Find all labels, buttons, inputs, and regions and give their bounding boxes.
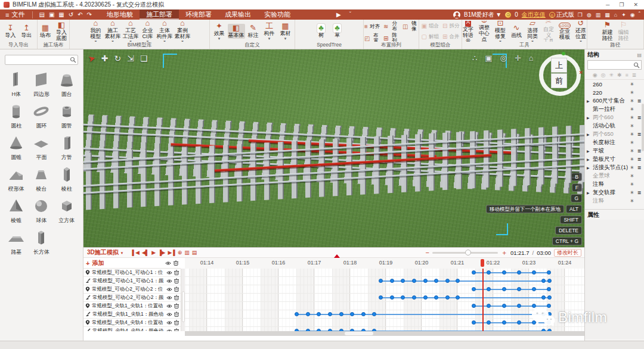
keyframe[interactable] — [456, 295, 460, 300]
tree-item-8[interactable]: ▶平坡✳≣ — [585, 147, 644, 155]
shape-pyramid[interactable]: 棱锥 — [4, 196, 29, 225]
ribbon-item-ungroup[interactable]: ▢解组 — [421, 33, 439, 40]
keyframe[interactable] — [532, 270, 536, 275]
stats-icon[interactable]: ▥ — [184, 250, 189, 255]
expand-icon[interactable]: ▶ — [587, 157, 592, 161]
step-forward-icon[interactable]: ▐▶ — [158, 250, 165, 255]
grouplist-icon[interactable]: ≣ — [632, 72, 637, 78]
tree-item-4[interactable]: ▶两个660✳≣ — [585, 113, 644, 121]
gizmo-icon[interactable]: ✛ — [515, 54, 521, 63]
recharge-link[interactable]: 金币充值 — [522, 11, 546, 19]
shape-pyramid-frustum[interactable]: 棱台 — [29, 164, 54, 193]
shape-prism[interactable]: 棱柱 — [54, 164, 79, 193]
list-icon[interactable]: ≡ — [626, 72, 628, 78]
track-delete-icon[interactable] — [174, 320, 179, 325]
layers-icon[interactable]: ≣ — [636, 98, 642, 104]
show-icon[interactable]: ◉ — [593, 72, 597, 78]
track-visibility-icon[interactable] — [166, 287, 172, 292]
structure-search-input[interactable] — [587, 60, 642, 70]
visibility-icon[interactable]: ✳ — [629, 190, 635, 195]
keyframe[interactable] — [423, 279, 428, 283]
track-row-5[interactable]: 常规模型_尖轨1_尖轨1：颜色动 — [83, 310, 181, 319]
ribbon-item-tree[interactable]: ♣树 — [314, 24, 329, 39]
ribbon-item-export[interactable]: ↥导出 — [19, 24, 35, 39]
keyframe[interactable] — [317, 312, 321, 316]
tab-output[interactable]: 成果输出 — [218, 10, 258, 20]
track-visibility-icon[interactable] — [166, 270, 172, 275]
primitives-search-input[interactable] — [5, 55, 78, 65]
manual-icon[interactable]: ▥ — [596, 12, 601, 18]
tree-item-11[interactable]: 全景球✳ — [585, 172, 644, 180]
keyframe[interactable] — [412, 279, 416, 283]
shape-square-tube[interactable]: 方管 — [54, 133, 79, 161]
highlight-icon[interactable]: ✳ — [609, 72, 614, 78]
keyframe[interactable] — [472, 304, 476, 308]
visibility-icon[interactable]: ✳ — [629, 123, 635, 129]
keyframe[interactable] — [328, 312, 332, 316]
camera-icon[interactable]: ▣ — [485, 54, 492, 63]
keyframe[interactable] — [472, 287, 476, 291]
keyframe[interactable] — [517, 287, 521, 291]
step-back-icon[interactable]: ◀▌ — [142, 250, 148, 255]
keyframe[interactable] — [541, 295, 546, 300]
avatar[interactable] — [453, 11, 460, 18]
walk-icon[interactable]: ∴ — [472, 54, 477, 63]
keyframe[interactable] — [379, 279, 383, 283]
ribbon-item-import[interactable]: ↧导入 — [3, 24, 18, 39]
tree-scrollbar[interactable] — [642, 104, 644, 151]
timeline-zoom-slider[interactable] — [432, 252, 498, 254]
tab-environment[interactable]: 环境部署 — [179, 10, 218, 20]
keyframe[interactable] — [472, 270, 476, 275]
visibility-icon[interactable]: ✳ — [629, 157, 635, 162]
ribbon-item-restore-position[interactable]: ↺还原位置▼ — [573, 21, 587, 42]
scale-icon[interactable]: ⇲ — [127, 54, 134, 63]
keyframe[interactable] — [502, 304, 506, 308]
scrollbar-thumb[interactable] — [345, 332, 373, 335]
history-icon[interactable]: ↺ — [69, 11, 73, 18]
keyframe[interactable] — [502, 320, 506, 325]
track-row-6[interactable]: 常规模型_尖轨4_尖轨4：位置动 — [83, 319, 181, 327]
keyframe-lane-3[interactable] — [185, 294, 584, 302]
shape-cube[interactable]: 立方体 — [54, 196, 79, 225]
save-icon[interactable]: ▣ — [49, 11, 54, 18]
visibility-icon[interactable]: ✳ — [629, 148, 635, 154]
expand-icon[interactable]: ▶ — [587, 149, 592, 153]
shape-plane[interactable]: 平面 — [29, 133, 54, 161]
rotate-icon[interactable]: ↻ — [114, 54, 121, 63]
track-vertical-scrollbar[interactable] — [181, 269, 185, 331]
file-menu-button[interactable]: ≡ 文件 — [0, 10, 30, 20]
tree-item-3[interactable]: 第一拉杆✳ — [585, 105, 644, 113]
solo-icon[interactable]: ✱ — [617, 72, 622, 78]
frame-icon[interactable]: ❏ — [140, 54, 148, 63]
track-delete-icon[interactable] — [174, 278, 179, 283]
track-row-2[interactable]: 常规模型_可动心2_可动心2：位 — [83, 285, 181, 294]
keyframe[interactable] — [339, 312, 343, 316]
tree-item-1[interactable]: 220✳ — [585, 88, 644, 96]
keyframe-lane-2[interactable] — [185, 285, 584, 294]
tab-terrain[interactable]: 地形地貌 — [100, 10, 140, 20]
keyframe[interactable] — [372, 312, 376, 316]
ribbon-item-distribute[interactable]: ≋分布 — [383, 21, 400, 32]
timeline-horizontal-scrollbar[interactable] — [185, 331, 584, 336]
ribbon-item-material[interactable]: ▦素材 ▼ — [278, 22, 293, 40]
viewport-3d[interactable]: ➤✚↻⇲❏ ∴▣◎✛⌂ 上 前 ✕ BFG移动模型并留下一个副本在原地ALTSH… — [83, 49, 584, 247]
ribbon-item-array[interactable]: ⊞阵列 — [383, 33, 400, 42]
visibility-icon[interactable]: ✳ — [629, 90, 635, 95]
ribbon-item-merge[interactable]: ⊞合并 — [442, 33, 460, 40]
track-visibility-icon[interactable] — [166, 312, 172, 317]
ribbon-item-center-point[interactable]: ⊕调整中心点▼ — [476, 21, 492, 42]
edit-duration-button[interactable]: 修改时长 — [554, 249, 581, 257]
shape-cuboid[interactable]: 长方体 — [29, 228, 54, 256]
timeline-mode-dropdown[interactable]: 3D施工模拟 ▼ — [87, 248, 124, 257]
keyframe[interactable] — [390, 295, 394, 300]
ribbon-item-select-similar[interactable]: ▱选择同类▼ — [525, 21, 540, 42]
keyframe[interactable] — [532, 287, 536, 291]
keyframe-lane-6[interactable] — [185, 319, 584, 327]
redo-icon[interactable]: ↷ — [87, 11, 92, 18]
keyframe[interactable] — [487, 287, 491, 291]
keyframe[interactable] — [472, 320, 476, 325]
visibility-icon[interactable]: ✳ — [629, 98, 635, 104]
shape-cylinder[interactable]: 圆柱 — [4, 101, 29, 130]
tree-item-14[interactable]: 注释✳ — [585, 197, 644, 205]
zoom-out-icon[interactable]: − — [425, 249, 429, 256]
